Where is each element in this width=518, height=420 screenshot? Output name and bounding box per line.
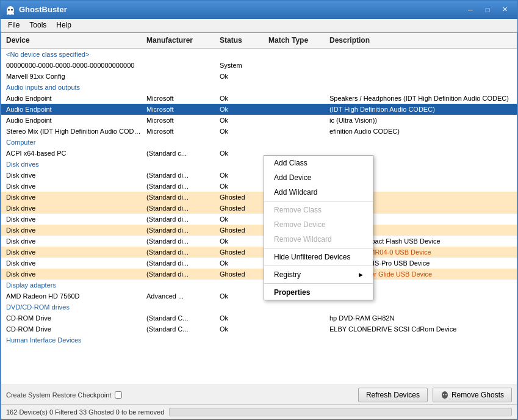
menu-tools[interactable]: Tools <box>24 20 51 31</box>
ctx-add-class[interactable]: Add Class <box>264 156 373 170</box>
ctx-remove-wildcard: Remove Wildcard <box>264 232 373 247</box>
table-row[interactable]: Stereo Mix (IDT High Definition Audio CO… <box>1 126 517 137</box>
checkpoint-checkbox[interactable] <box>115 391 122 399</box>
ctx-separator-2 <box>264 248 373 248</box>
table-body[interactable]: <No device class specified> 00000000-000… <box>1 49 517 385</box>
col-status: Status <box>217 34 266 47</box>
section-hid: Human Interface Devices <box>1 335 517 346</box>
ctx-add-device[interactable]: Add Device <box>264 170 373 185</box>
remove-ghosts-button[interactable]: Remove Ghosts <box>433 388 512 402</box>
ctx-separator-4 <box>264 283 373 284</box>
bottom-bar: Create System Restore Checkpoint Refresh… <box>1 385 517 404</box>
status-text: 162 Device(s) 0 Filtered 33 Ghosted 0 to… <box>6 408 164 416</box>
table-area: Device Manufacturer Status Match Type De… <box>1 33 517 385</box>
table-row-ghosted[interactable]: Disk drive (Standard di... Ghosted <box>1 192 517 203</box>
table-row-ghosted[interactable]: Disk drive (Standard di... Ghosted SanDi… <box>1 269 517 280</box>
section-audio: Audio inputs and outputs <box>1 82 517 93</box>
section-computer: Computer <box>1 137 517 148</box>
ctx-remove-device: Remove Device <box>264 217 373 232</box>
svg-rect-4 <box>10 13 12 15</box>
app-icon <box>5 5 15 15</box>
svg-point-7 <box>443 394 444 395</box>
title-bar: GhostBuster ─ □ ✕ <box>1 1 517 19</box>
svg-point-2 <box>11 9 13 10</box>
svg-point-8 <box>445 394 447 395</box>
remove-ghosts-label: Remove Ghosts <box>451 391 504 399</box>
close-button[interactable]: ✕ <box>497 4 513 16</box>
table-row[interactable]: Audio Endpoint Microsoft Ok Speakers / H… <box>1 93 517 104</box>
section-display-adapters: Display adapters <box>1 280 517 291</box>
ctx-separator-1 <box>264 201 373 201</box>
menu-bar: File Tools Help <box>1 19 517 32</box>
table-row[interactable]: AMD Radeon HD 7560D Advanced ... Ok <box>1 291 517 302</box>
menu-help[interactable]: Help <box>51 20 76 31</box>
section-disk-drives: Disk drives <box>1 159 517 170</box>
table-row[interactable]: Disk drive (Standard di... Ok 2 <box>1 214 517 225</box>
ctx-properties[interactable]: Properties <box>264 285 373 300</box>
table-row-ghosted[interactable]: Disk drive (Standard di... Ghosted <box>1 225 517 236</box>
progress-bar <box>169 408 512 416</box>
svg-rect-5 <box>12 13 14 15</box>
table-header: Device Manufacturer Status Match Type De… <box>1 33 517 49</box>
refresh-devices-button[interactable]: Refresh Devices <box>358 388 428 402</box>
svg-point-1 <box>8 9 10 10</box>
maximize-button[interactable]: □ <box>480 4 495 16</box>
col-description: Description <box>327 34 514 47</box>
table-row[interactable]: CD-ROM Drive (Standard C... Ok ELBY CLON… <box>1 324 517 335</box>
checkpoint-label: Create System Restore Checkpoint <box>6 391 111 399</box>
title-bar-controls: ─ □ ✕ <box>462 4 513 16</box>
table-row[interactable]: ACPI x64-based PC (Standard c... Ok <box>1 148 517 159</box>
svg-rect-3 <box>7 13 9 15</box>
table-row-selected[interactable]: Audio Endpoint Microsoft Ok (IDT High De… <box>1 104 517 115</box>
table-row[interactable]: Disk drive (Standard di... Ok Generic- C… <box>1 236 517 247</box>
ctx-add-wildcard[interactable]: Add Wildcard <box>264 185 373 200</box>
table-row[interactable]: Marvell 91xx Config Ok <box>1 71 517 82</box>
section-dvd-cdrom: DVD/CD-ROM drives <box>1 302 517 313</box>
main-container: Device Manufacturer Status Match Type De… <box>1 32 517 419</box>
ctx-separator-3 <box>264 266 373 266</box>
col-manufacturer: Manufacturer <box>144 34 217 47</box>
status-bar: 162 Device(s) 0 Filtered 33 Ghosted 0 to… <box>1 404 517 419</box>
table-row-ghosted[interactable]: Disk drive (Standard di... Ghosted IC25N… <box>1 247 517 258</box>
context-menu: Add Class Add Device Add Wildcard Remove… <box>264 155 373 300</box>
ghost-small-icon <box>441 391 449 399</box>
table-row[interactable]: Disk drive (Standard di... Ok <box>1 170 517 181</box>
minimize-button[interactable]: ─ <box>462 4 478 16</box>
window-frame: GhostBuster ─ □ ✕ File Tools Help Device… <box>0 0 518 420</box>
col-device: Device <box>4 34 144 47</box>
svg-point-6 <box>442 391 448 399</box>
checkpoint-area: Create System Restore Checkpoint <box>6 391 122 399</box>
menu-file[interactable]: File <box>3 20 24 31</box>
table-row[interactable]: 00000000-0000-0000-0000-000000000000 Sys… <box>1 60 517 71</box>
table-row[interactable]: Disk drive (Standard di... Ok <box>1 181 517 192</box>
ctx-registry[interactable]: Registry <box>264 267 373 282</box>
table-row-ghosted[interactable]: Disk drive (Standard di... Ghosted 2A7B2 <box>1 203 517 214</box>
title-bar-left: GhostBuster <box>5 5 67 15</box>
table-row[interactable]: CD-ROM Drive (Standard C... Ok hp DVD-RA… <box>1 313 517 324</box>
table-row[interactable]: Disk drive (Standard di... Ok Generic- M… <box>1 258 517 269</box>
col-match-type: Match Type <box>266 34 327 47</box>
window-title: GhostBuster <box>19 5 67 14</box>
table-row[interactable]: Audio Endpoint Microsoft Ok ic (Ultra Vi… <box>1 115 517 126</box>
section-no-class: <No device class specified> <box>1 49 517 60</box>
ctx-remove-class: Remove Class <box>264 203 373 217</box>
ctx-hide-unfiltered[interactable]: Hide Unfiltered Devices <box>264 250 373 264</box>
